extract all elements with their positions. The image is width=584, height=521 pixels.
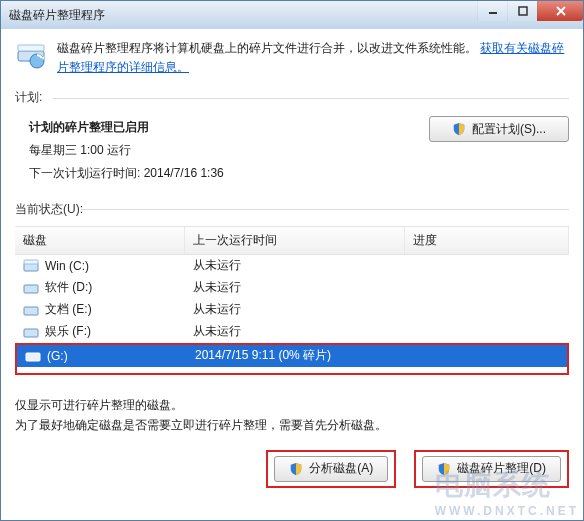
disk-last-run: 从未运行 xyxy=(185,301,405,318)
close-button[interactable] xyxy=(537,1,583,21)
disk-name: 文档 (E:) xyxy=(45,301,92,318)
schedule-frequency: 每星期三 1:00 运行 xyxy=(29,139,224,162)
disk-table: 磁盘 上一次运行时间 进度 Win (C:) 从未运行 软件 (D:) 从未运行 xyxy=(15,226,569,375)
schedule-section-label: 计划: xyxy=(1,89,583,106)
header-last-run[interactable]: 上一次运行时间 xyxy=(185,227,405,254)
svg-point-6 xyxy=(30,54,44,68)
disk-name: Win (C:) xyxy=(45,259,89,273)
schedule-info: 计划的碎片整理已启用 每星期三 1:00 运行 下一次计划运行时间: 2014/… xyxy=(29,116,224,184)
watermark-small: WWW.DNXTC.NET xyxy=(435,504,579,518)
svg-rect-9 xyxy=(24,260,38,264)
disk-name: 软件 (D:) xyxy=(45,279,92,296)
analyze-disk-button[interactable]: 分析磁盘(A) xyxy=(274,456,388,482)
schedule-actions: 配置计划(S)... xyxy=(429,116,569,184)
banner-text: 磁盘碎片整理程序将计算机硬盘上的碎片文件进行合并，以改进文件系统性能。 获取有关… xyxy=(57,39,569,77)
window-title: 磁盘碎片整理程序 xyxy=(9,7,105,24)
status-section-label: 当前状态(U): xyxy=(1,201,583,218)
svg-rect-5 xyxy=(18,45,44,51)
svg-rect-11 xyxy=(24,307,38,315)
table-row[interactable]: 娱乐 (F:) 从未运行 xyxy=(15,321,569,343)
configure-schedule-label: 配置计划(S)... xyxy=(472,121,546,138)
defrag-icon xyxy=(15,39,47,71)
info-banner: 磁盘碎片整理程序将计算机硬盘上的碎片文件进行合并，以改进文件系统性能。 获取有关… xyxy=(1,29,583,89)
drive-icon xyxy=(23,281,39,295)
table-header: 磁盘 上一次运行时间 进度 xyxy=(15,227,569,255)
disk-last-run: 从未运行 xyxy=(185,279,405,296)
drive-icon xyxy=(25,349,41,363)
disk-name: (G:) xyxy=(47,349,68,363)
titlebar: 磁盘碎片整理程序 xyxy=(1,1,583,29)
table-row[interactable]: Win (C:) 从未运行 xyxy=(15,255,569,277)
selected-row-highlight: (G:) 2014/7/15 9:11 (0% 碎片) xyxy=(15,343,569,375)
footer-note-2: 为了最好地确定磁盘是否需要立即进行碎片整理，需要首先分析磁盘。 xyxy=(15,415,569,435)
defrag-highlight-box: 磁盘碎片整理(D) xyxy=(414,450,569,488)
shield-icon xyxy=(289,462,303,476)
footer-buttons: 分析磁盘(A) 磁盘碎片整理(D) xyxy=(1,436,583,488)
shield-icon xyxy=(437,462,451,476)
minimize-button[interactable] xyxy=(477,1,507,21)
schedule-next-run: 下一次计划运行时间: 2014/7/16 1:36 xyxy=(29,162,224,185)
footer-note-1: 仅显示可进行碎片整理的磁盘。 xyxy=(15,395,569,415)
svg-rect-12 xyxy=(24,329,38,337)
defrag-disk-label: 磁盘碎片整理(D) xyxy=(457,460,546,477)
footer-notes: 仅显示可进行碎片整理的磁盘。 为了最好地确定磁盘是否需要立即进行碎片整理，需要首… xyxy=(1,377,583,436)
svg-rect-13 xyxy=(26,353,40,361)
disk-last-run: 从未运行 xyxy=(185,257,405,274)
svg-rect-10 xyxy=(24,285,38,293)
disk-last-run: 2014/7/15 9:11 (0% 碎片) xyxy=(187,347,407,364)
schedule-panel: 计划的碎片整理已启用 每星期三 1:00 运行 下一次计划运行时间: 2014/… xyxy=(1,106,583,200)
maximize-button[interactable] xyxy=(507,1,537,21)
table-row-blank xyxy=(17,367,567,373)
banner-description: 磁盘碎片整理程序将计算机硬盘上的碎片文件进行合并，以改进文件系统性能。 xyxy=(57,41,477,55)
analyze-disk-label: 分析磁盘(A) xyxy=(309,460,373,477)
disk-name: 娱乐 (F:) xyxy=(45,323,91,340)
drive-icon xyxy=(23,259,39,273)
defrag-window: 磁盘碎片整理程序 磁盘碎片整理程序将计算机硬盘上的碎片文件进行 xyxy=(0,0,584,521)
drive-icon xyxy=(23,325,39,339)
defrag-disk-button[interactable]: 磁盘碎片整理(D) xyxy=(422,456,561,482)
window-controls xyxy=(477,1,583,21)
analyze-highlight-box: 分析磁盘(A) xyxy=(266,450,396,488)
table-body: Win (C:) 从未运行 软件 (D:) 从未运行 文档 (E:) 从未运行 xyxy=(15,255,569,375)
header-progress[interactable]: 进度 xyxy=(405,227,569,254)
shield-icon xyxy=(452,122,466,136)
svg-rect-1 xyxy=(519,7,527,15)
drive-icon xyxy=(23,303,39,317)
disk-last-run: 从未运行 xyxy=(185,323,405,340)
table-row[interactable]: 软件 (D:) 从未运行 xyxy=(15,277,569,299)
header-disk[interactable]: 磁盘 xyxy=(15,227,185,254)
table-row-selected[interactable]: (G:) 2014/7/15 9:11 (0% 碎片) xyxy=(17,345,567,367)
schedule-heading: 计划的碎片整理已启用 xyxy=(29,116,224,139)
configure-schedule-button[interactable]: 配置计划(S)... xyxy=(429,116,569,142)
table-row[interactable]: 文档 (E:) 从未运行 xyxy=(15,299,569,321)
